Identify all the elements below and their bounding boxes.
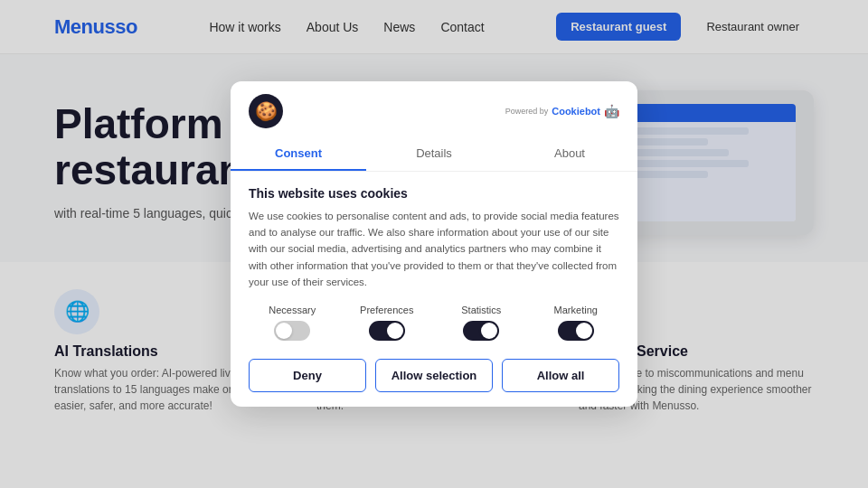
cookie-dialog: 🍪 Powered by Cookiebot 🤖 Consent Details… <box>231 81 637 408</box>
cookie-title: This website uses cookies <box>249 186 619 201</box>
toggle-preferences: Preferences <box>344 305 431 344</box>
cookiebot-label: Cookiebot <box>552 106 600 117</box>
allow-selection-button[interactable]: Allow selection <box>375 359 493 392</box>
cookie-actions: Deny Allow selection Allow all <box>249 359 619 392</box>
tab-consent[interactable]: Consent <box>231 137 366 171</box>
toggle-marketing-switch[interactable] <box>558 321 594 341</box>
allow-all-button[interactable]: Allow all <box>502 359 619 392</box>
cookie-toggles: Necessary Preferences Statistics <box>249 305 619 344</box>
cookie-description: We use cookies to personalise content an… <box>249 208 619 291</box>
toggle-statistics-switch[interactable] <box>463 321 499 341</box>
cookie-overlay: 🍪 Powered by Cookiebot 🤖 Consent Details… <box>0 0 868 488</box>
deny-button[interactable]: Deny <box>249 359 366 392</box>
cookie-header: 🍪 Powered by Cookiebot 🤖 <box>231 81 637 128</box>
cookie-tabs: Consent Details About <box>231 137 637 172</box>
tab-about[interactable]: About <box>502 137 637 171</box>
cookie-body: This website uses cookies We use cookies… <box>231 172 637 408</box>
cookiebot-icon: 🤖 <box>604 104 619 118</box>
tab-details[interactable]: Details <box>366 137 502 171</box>
cookie-logo: 🍪 <box>249 94 283 128</box>
toggle-preferences-switch[interactable] <box>369 321 405 341</box>
powered-by-label: Powered by <box>505 107 549 116</box>
toggle-necessary: Necessary <box>249 305 336 344</box>
toggle-statistics: Statistics <box>438 305 525 344</box>
cookiebot-badge: Powered by Cookiebot 🤖 <box>505 104 619 118</box>
toggle-necessary-switch[interactable] <box>274 321 310 341</box>
toggle-marketing: Marketing <box>533 305 620 344</box>
